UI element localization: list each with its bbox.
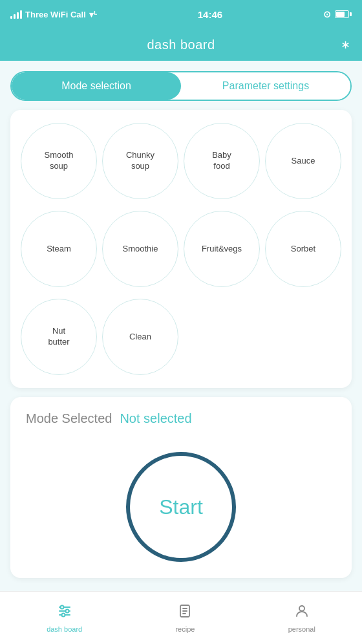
screen-record-icon: ⊙ bbox=[323, 9, 331, 19]
tab-bar: Mode selection Parameter settings bbox=[10, 71, 352, 101]
nav-label-dash-board: dash board bbox=[47, 625, 82, 633]
carrier-label: Three WiFi Call bbox=[25, 10, 86, 19]
tab-mode-selection[interactable]: Mode selection bbox=[12, 72, 181, 100]
mode-btn-baby-food[interactable]: Babyfood bbox=[184, 123, 260, 199]
person-icon bbox=[294, 603, 310, 623]
page-title: dash board bbox=[147, 38, 215, 52]
mode-btn-nut-butter[interactable]: Nutbutter bbox=[21, 299, 97, 375]
mode-selected-row: Mode Selected Not selected bbox=[26, 411, 192, 426]
bluetooth-icon[interactable]: ∗ bbox=[341, 38, 350, 52]
mode-btn-fruit-vegs[interactable]: Fruit&vegs bbox=[184, 211, 260, 287]
tab-parameter-settings[interactable]: Parameter settings bbox=[181, 72, 350, 100]
app-header: dash board ∗ bbox=[0, 28, 362, 61]
nav-item-dash-board[interactable]: dash board bbox=[47, 603, 82, 633]
status-left: Three WiFi Call ▾ᴸ bbox=[10, 10, 97, 19]
svg-point-5 bbox=[61, 613, 65, 616]
recipe-icon bbox=[177, 603, 193, 623]
mode-selected-card: Mode Selected Not selected Start bbox=[10, 397, 352, 578]
mode-btn-chunky-soup[interactable]: Chunkysoup bbox=[102, 123, 178, 199]
mode-btn-smooth-soup[interactable]: Smoothsoup bbox=[21, 123, 97, 199]
signal-icon bbox=[10, 10, 22, 19]
start-button[interactable]: Start bbox=[126, 452, 236, 562]
svg-point-10 bbox=[299, 606, 304, 611]
mode-grid-card: Smoothsoup Chunkysoup Babyfood Sauce Ste… bbox=[10, 110, 352, 388]
mode-btn-smoothie[interactable]: Smoothie bbox=[102, 211, 178, 287]
bottom-nav: dash board recipe personal bbox=[0, 591, 362, 644]
svg-point-3 bbox=[60, 605, 63, 608]
status-bar: Three WiFi Call ▾ᴸ 14:46 ⊙ bbox=[0, 0, 362, 28]
mode-selected-value: Not selected bbox=[120, 411, 191, 426]
mode-btn-sauce[interactable]: Sauce bbox=[265, 123, 341, 199]
mode-btn-steam[interactable]: Steam bbox=[21, 211, 97, 287]
dashboard-icon bbox=[57, 603, 72, 623]
nav-label-recipe: recipe bbox=[175, 625, 195, 633]
clock: 14:46 bbox=[198, 9, 222, 20]
nav-label-personal: personal bbox=[288, 625, 315, 633]
mode-btn-clean[interactable]: Clean bbox=[102, 299, 178, 375]
svg-point-4 bbox=[65, 609, 69, 612]
start-button-container: Start bbox=[26, 445, 336, 555]
status-right: ⊙ bbox=[323, 9, 352, 19]
wifi-icon: ▾ᴸ bbox=[89, 10, 97, 19]
nav-item-personal[interactable]: personal bbox=[288, 603, 315, 633]
mode-selected-label: Mode Selected bbox=[26, 411, 112, 426]
nav-item-recipe[interactable]: recipe bbox=[175, 603, 195, 633]
mode-btn-sorbet[interactable]: Sorbet bbox=[265, 211, 341, 287]
battery-icon bbox=[335, 10, 352, 18]
mode-grid: Smoothsoup Chunkysoup Babyfood Sauce Ste… bbox=[21, 123, 341, 375]
